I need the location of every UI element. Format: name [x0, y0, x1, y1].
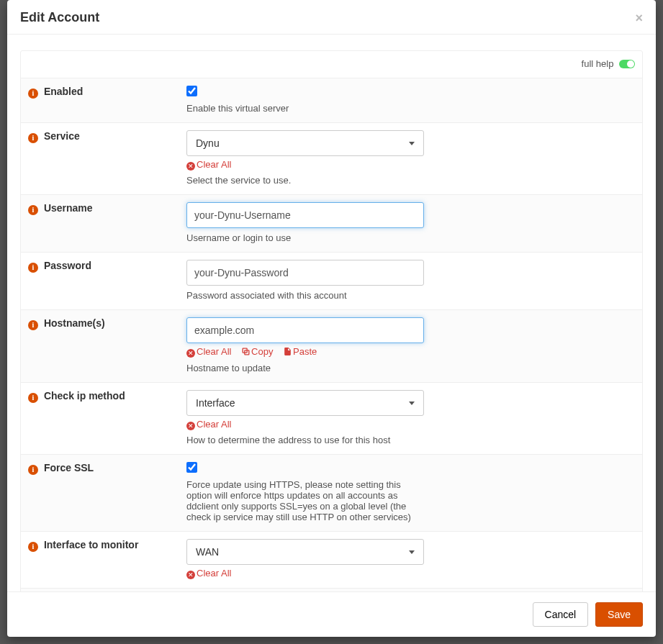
label-username: Username [44, 202, 93, 214]
enabled-checkbox[interactable] [186, 86, 197, 96]
chevron-down-icon [409, 142, 415, 145]
info-icon[interactable]: i [28, 320, 38, 330]
chevron-down-icon [409, 550, 415, 554]
username-input[interactable] [186, 202, 424, 228]
label-enabled: Enabled [44, 86, 83, 97]
check-ip-select-value: Interface [196, 397, 235, 409]
clear-all-link[interactable]: ✕Clear All [186, 568, 231, 579]
note-password: Password associated with this account [186, 290, 467, 301]
note-force-ssl: Force update using HTTPS, please note se… [186, 479, 424, 522]
clear-icon: ✕ [186, 422, 195, 430]
save-button[interactable]: Save [595, 602, 643, 627]
info-icon[interactable]: i [28, 542, 38, 552]
copy-link[interactable]: Copy [241, 346, 276, 357]
clear-icon: ✕ [186, 349, 195, 358]
chevron-down-icon [409, 402, 415, 405]
check-ip-select[interactable]: Interface [186, 390, 424, 416]
label-interface: Interface to monitor [44, 539, 138, 550]
label-hostnames: Hostname(s) [44, 317, 105, 329]
note-check-ip: How to determine the address to use for … [186, 435, 467, 445]
note-enabled: Enable this virtual server [186, 103, 467, 114]
modal-body: full help i Enabled Enable this virtual … [7, 35, 656, 591]
form-table: full help i Enabled Enable this virtual … [21, 51, 642, 591]
password-input[interactable] [186, 260, 424, 286]
service-select[interactable]: Dynu [186, 130, 424, 156]
info-icon[interactable]: i [28, 89, 38, 99]
service-select-value: Dynu [196, 137, 220, 149]
copy-icon [241, 347, 251, 358]
label-force-ssl: Force SSL [44, 462, 94, 473]
clear-all-link[interactable]: ✕Clear All [186, 346, 231, 357]
clear-icon: ✕ [186, 571, 195, 579]
label-service: Service [44, 130, 80, 142]
info-icon[interactable]: i [28, 263, 38, 273]
info-icon[interactable]: i [28, 465, 38, 475]
full-help-row: full help [21, 51, 642, 78]
note-username: Username or login to use [186, 232, 467, 243]
info-icon[interactable]: i [28, 205, 38, 215]
paste-icon [283, 347, 292, 358]
note-service: Select the service to use. [186, 175, 467, 186]
cancel-button[interactable]: Cancel [533, 602, 589, 627]
interface-select[interactable]: WAN [186, 539, 424, 565]
modal-title: Edit Account [20, 10, 99, 25]
label-check-ip: Check ip method [44, 390, 125, 402]
force-ssl-checkbox[interactable] [186, 462, 197, 473]
full-help-label: full help [582, 58, 614, 69]
info-icon[interactable]: i [28, 393, 38, 403]
clear-icon: ✕ [186, 162, 195, 171]
note-hostnames: Hostname to update [186, 363, 467, 373]
clear-all-link[interactable]: ✕Clear All [186, 419, 231, 430]
paste-link[interactable]: Paste [283, 346, 317, 357]
info-icon[interactable]: i [28, 133, 38, 143]
hostnames-input[interactable] [186, 317, 424, 343]
modal-footer: Cancel Save [7, 591, 656, 637]
modal-header: Edit Account × [7, 0, 656, 35]
full-help-toggle[interactable] [619, 60, 635, 68]
close-icon[interactable]: × [635, 12, 643, 24]
label-password: Password [44, 260, 91, 271]
edit-account-modal: Edit Account × full help i Enabled Enabl… [7, 0, 656, 637]
clear-all-link[interactable]: ✕Clear All [186, 159, 231, 170]
interface-select-value: WAN [196, 546, 219, 558]
